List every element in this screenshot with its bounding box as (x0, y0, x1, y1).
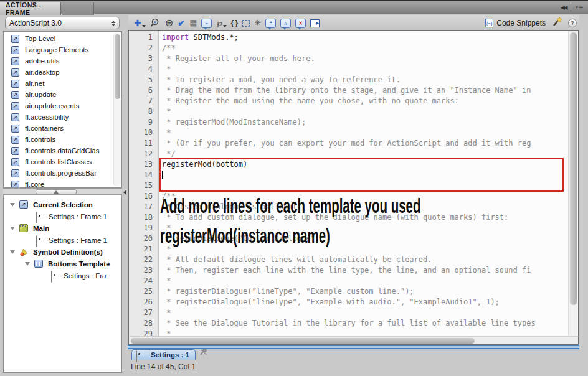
script-nav-item[interactable]: Settings : Fra (4, 270, 121, 281)
code-snippets-button[interactable]: {≡} Code Snippets (485, 19, 546, 27)
code-line[interactable]: * (159, 106, 567, 117)
package-item[interactable]: ↗fl.controls.progressBar (4, 167, 121, 179)
code-line[interactable]: * registerDialogue("lineType", "Example … (159, 286, 567, 297)
code-line[interactable] (159, 170, 567, 181)
code-line[interactable]: */ (159, 149, 567, 159)
package-item[interactable]: ↗fl.accessibility (4, 111, 121, 123)
script-nav-item[interactable]: Settings : Frame 1 (4, 234, 121, 246)
code-segment-comment: * (162, 276, 171, 285)
code-line[interactable] (159, 181, 567, 191)
pin-script-icon[interactable] (199, 348, 209, 359)
package-icon: ↗ (11, 46, 19, 54)
code-segment-comment: * Register all of your mods here. (162, 54, 315, 63)
script-assist-wand-icon[interactable] (551, 16, 562, 30)
code-line[interactable]: * Then, register each line with the line… (159, 265, 567, 276)
script-nav-label: Main (33, 225, 49, 232)
code-line[interactable]: * Drag the mod from the library onto the… (159, 85, 567, 96)
package-item[interactable]: ↗fl.controls.listClasses (4, 156, 121, 167)
code-segment-comment: * (162, 308, 171, 317)
package-item[interactable]: ↗Language Elements (4, 44, 121, 55)
script-nav-item[interactable]: ↗Current Selection (4, 199, 121, 210)
package-icon: ↗ (11, 68, 19, 77)
auto-format-icon[interactable]: ≣ (189, 16, 197, 29)
line-number: 11 (129, 138, 158, 149)
insert-target-path-icon[interactable]: ⊕ (165, 16, 173, 29)
code-line[interactable]: * All default dialogue lines will automa… (159, 255, 567, 265)
code-line[interactable]: * Register all of your mods here. (159, 54, 567, 64)
line-number: 12 (129, 149, 158, 159)
package-item[interactable]: ↗air.update (4, 89, 121, 100)
package-icon: ↗ (11, 158, 19, 166)
code-line[interactable]: * To register a mod, you need a way to r… (159, 75, 567, 85)
code-line[interactable]: * registerMod(ModInstanceName); (159, 117, 567, 128)
expand-all-icon[interactable]: ✳ (254, 16, 261, 29)
panel-tab-actions-frame[interactable]: ACTIONS - FRAME (0, 2, 61, 15)
code-line[interactable]: * (159, 64, 567, 75)
line-number: 14 (129, 170, 158, 181)
script-nav-item[interactable]: Settings : Frame 1 (4, 210, 121, 222)
package-item[interactable]: ↗fl.controls.dataGridClas (4, 145, 121, 156)
apply-line-comment-icon[interactable]: // (280, 16, 291, 29)
disclosure-triangle-icon[interactable] (10, 227, 15, 230)
script-nav-item[interactable]: Main (4, 222, 121, 234)
code-line[interactable]: * Register the mod using the name you ch… (159, 96, 567, 106)
code-line[interactable]: * (159, 308, 567, 318)
package-label: fl.controls.progressBar (25, 169, 97, 177)
code-line[interactable]: * (159, 329, 567, 336)
code-line[interactable]: * (Or if you prefer, you can export your… (159, 138, 567, 149)
remove-comment-icon[interactable]: ✕ (295, 16, 306, 29)
actionscript-version-select[interactable]: ActionScript 3.0 (5, 17, 120, 29)
code-segment-comment: * (162, 65, 171, 73)
collapse-sidebar-icon[interactable] (123, 190, 126, 195)
package-tree-scrollbar[interactable] (113, 33, 120, 186)
cursor-position-status: Line 14 of 45, Col 1 (131, 362, 196, 371)
editor-horizontal-scrollbar[interactable] (128, 336, 579, 345)
code-line[interactable]: * (159, 128, 567, 138)
code-line[interactable]: registerMod(bottom) (159, 159, 567, 170)
collapse-selection-icon[interactable] (242, 16, 250, 29)
package-item[interactable]: ↗fl.containers (4, 123, 121, 134)
code-line[interactable]: * (159, 276, 567, 286)
debug-options-icon[interactable]: ℘ (216, 16, 226, 29)
line-number: 5 (129, 75, 158, 85)
check-syntax-icon[interactable]: ✔ (178, 16, 185, 29)
show-code-hint-icon[interactable]: ≡ (201, 16, 212, 29)
package-list: ↗Top Level↗Language Elements↗adobe.utils… (4, 32, 121, 188)
collapse-to-icons-icon[interactable]: ◀◀ (561, 4, 567, 11)
panel-menu-icon[interactable]: ▾≡ (576, 4, 583, 11)
package-item[interactable]: ↗air.update.events (4, 100, 121, 111)
disclosure-triangle-icon[interactable] (10, 250, 15, 254)
help-icon[interactable]: ? (568, 19, 577, 27)
add-script-icon[interactable]: ✚ (134, 16, 146, 29)
package-item[interactable]: ↗fl.core (4, 179, 121, 188)
editor-vertical-scrollbar[interactable] (568, 31, 577, 336)
script-nav-item[interactable]: Bottoms Template (4, 258, 121, 270)
show-hide-toolbox-icon[interactable] (310, 16, 320, 29)
code-editor[interactable]: 1234567891011121314151617181920212223242… (128, 30, 579, 336)
find-icon[interactable]: A (150, 16, 161, 29)
sidebar-splitter[interactable] (3, 188, 122, 195)
package-item[interactable]: ↗adobe.utils (4, 55, 121, 67)
tab-settings-1[interactable]: Settings : 1 (131, 349, 196, 360)
package-icon: ↗ (11, 57, 19, 65)
script-nav-item[interactable]: Symbol Definition(s) (4, 246, 121, 258)
script-nav-label: Symbol Definition(s) (33, 248, 103, 256)
collapse-between-braces-icon[interactable]: { } (231, 16, 239, 29)
disclosure-triangle-icon[interactable] (25, 262, 30, 266)
package-item[interactable]: ↗air.desktop (4, 67, 121, 78)
package-icon: ↗ (11, 125, 19, 133)
line-number: 28 (129, 318, 158, 329)
code-line[interactable]: * registerDialogue("lineType", "Example … (159, 297, 567, 308)
code-line[interactable]: * See the Dialogue Tutorial in the libra… (159, 318, 567, 329)
splitter-handle[interactable] (36, 189, 77, 194)
code-line[interactable]: import SDTMods.*; (159, 32, 567, 43)
code-area[interactable]: import SDTMods.*;/** * Register all of y… (159, 31, 567, 336)
apply-block-comment-icon[interactable]: ❝ (265, 16, 276, 29)
editor-focus-ring (128, 345, 579, 349)
code-line[interactable]: /** (159, 43, 567, 54)
disclosure-triangle-icon[interactable] (10, 203, 15, 207)
package-item[interactable]: ↗fl.controls (4, 134, 121, 145)
package-item[interactable]: ↗air.net (4, 78, 121, 89)
sidebar-pane-divider[interactable] (122, 15, 128, 373)
package-item[interactable]: ↗Top Level (4, 33, 121, 44)
